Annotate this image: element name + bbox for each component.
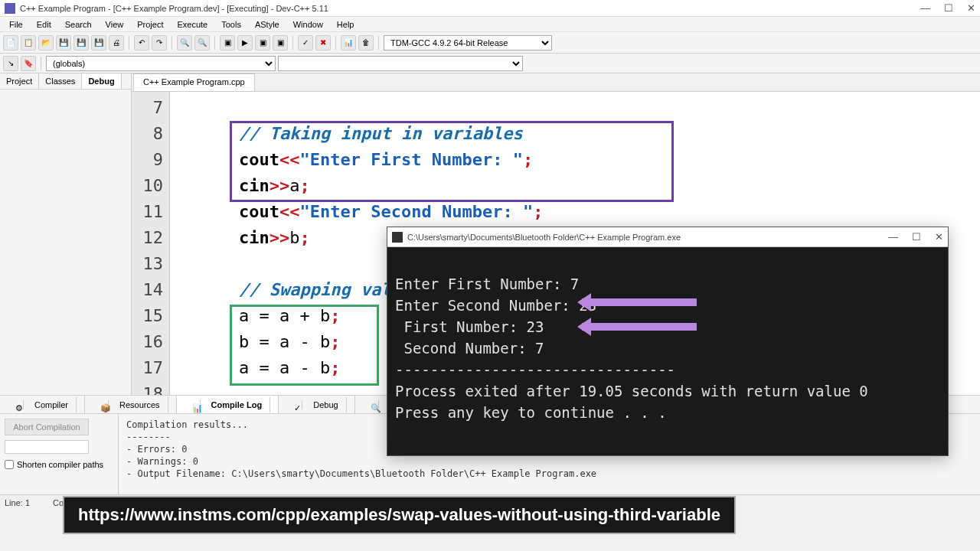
bp-tab-debug[interactable]: ✓Debug [279,396,354,413]
tab-classes[interactable]: Classes [39,73,82,89]
bp-tab-compile-log[interactable]: 📊Compile Log [177,396,279,413]
compile-input[interactable] [5,440,89,454]
menu-execute[interactable]: Execute [171,18,214,31]
trash-icon[interactable]: 🗑 [358,35,374,51]
console-window[interactable]: C:\Users\smarty\Documents\Bluetooth Fold… [387,227,949,456]
debug-icon[interactable]: ✓ [298,35,313,51]
console-titlebar: C:\Users\smarty\Documents\Bluetooth Fold… [387,227,948,247]
compiler-select[interactable]: TDM-GCC 4.9.2 64-bit Release [384,35,552,51]
menubar: File Edit Search View Project Execute To… [0,17,980,32]
bookmark-icon[interactable]: 🔖 [21,56,36,71]
compile-run-icon[interactable]: ▣ [255,35,270,51]
save-icon[interactable]: 💾 [56,35,71,51]
secondary-toolbar: ↘ 🔖 (globals) [0,54,980,73]
find-icon[interactable]: 🔍 [177,35,192,51]
tab-debug[interactable]: Debug [82,73,121,89]
print-icon[interactable]: 🖨 [109,35,124,51]
menu-project[interactable]: Project [131,18,169,31]
save-as-icon[interactable]: 💾 [91,35,106,51]
tab-project[interactable]: Project [0,73,39,89]
abort-compilation-button[interactable]: Abort Compilation [5,419,89,435]
console-icon [392,232,403,243]
compile-icon[interactable]: ▣ [220,35,235,51]
menu-edit[interactable]: Edit [31,18,57,31]
save-all-icon[interactable]: 💾 [74,35,89,51]
log-icon: 📊 [185,400,201,409]
menu-window[interactable]: Window [287,18,329,31]
resources-icon: 📦 [93,400,109,409]
minimize-button[interactable]: — [920,2,930,14]
menu-tools[interactable]: Tools [215,18,247,31]
menu-file[interactable]: File [3,18,29,31]
bp-tab-compiler[interactable]: ⚙Compiler [0,396,85,413]
run-icon[interactable]: ▶ [237,35,253,51]
profile-icon[interactable]: 📊 [341,35,356,51]
new-file-icon[interactable]: 📄 [3,35,18,51]
console-maximize-button[interactable]: ☐ [912,231,921,243]
undo-icon[interactable]: ↶ [134,35,149,51]
replace-icon[interactable]: 🔍 [194,35,210,51]
menu-help[interactable]: Help [331,18,361,31]
stop-icon[interactable]: ✖ [315,35,331,51]
menu-astyle[interactable]: AStyle [249,18,286,31]
console-output: Enter First Number: 7Enter Second Number… [387,247,948,471]
close-button[interactable]: ✕ [967,2,975,14]
side-panel: Project Classes Debug [0,73,132,395]
console-minimize-button[interactable]: — [888,231,898,243]
menu-view[interactable]: View [100,18,130,31]
titlebar: C++ Example Program - [C++ Example Progr… [0,0,980,17]
line-gutter: 789101112131415161718 [132,92,170,395]
globals-select[interactable]: (globals) [46,56,276,71]
rebuild-icon[interactable]: ▣ [273,35,288,51]
maximize-button[interactable]: ☐ [944,2,953,14]
shorten-paths-checkbox[interactable]: Shorten compiler paths [5,460,113,469]
file-tab[interactable]: C++ Example Program.cpp [133,73,255,91]
console-close-button[interactable]: ✕ [935,231,943,243]
annotation-arrow-2 [582,323,697,331]
main-toolbar: 📄 📋 📂 💾 💾 💾 🖨 ↶ ↷ 🔍 🔍 ▣ ▶ ▣ ▣ ✓ ✖ 📊 🗑 TD… [0,32,980,54]
compiler-icon: ⚙ [8,400,24,409]
members-select[interactable] [278,56,523,71]
open-icon[interactable]: 📂 [38,35,54,51]
find-icon: 🔍 [363,400,379,409]
console-title-text: C:\Users\smarty\Documents\Bluetooth Fold… [407,233,888,242]
menu-search[interactable]: Search [59,18,98,31]
app-icon [5,3,15,14]
redo-icon[interactable]: ↷ [152,35,167,51]
status-line: Line: 1 [5,498,30,507]
bp-tab-resources[interactable]: 📦Resources [85,396,177,413]
annotation-arrow-1 [582,298,697,306]
url-overlay: https://www.instms.com/cpp/examples/swap… [63,496,736,534]
window-title: C++ Example Program - [C++ Example Progr… [20,4,920,13]
new-project-icon[interactable]: 📋 [21,35,36,51]
debug-icon: ✓ [286,400,302,409]
goto-icon[interactable]: ↘ [3,56,18,71]
